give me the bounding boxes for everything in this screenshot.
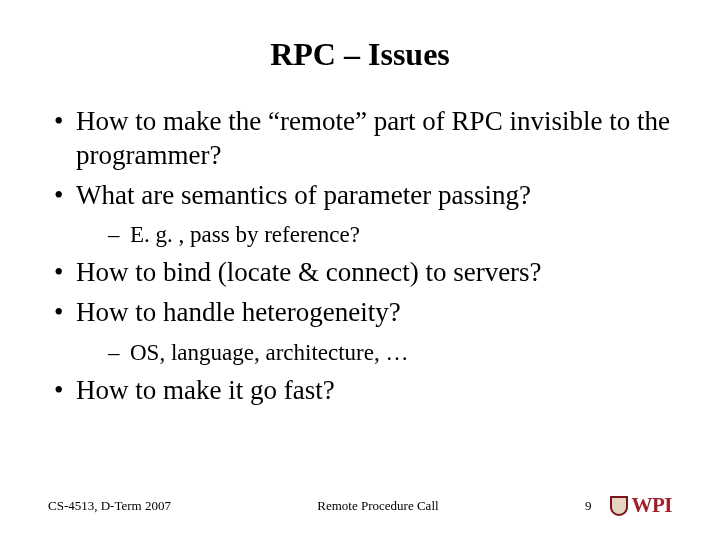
bullet-text: How to bind (locate & connect) to server… [76, 257, 542, 287]
sub-bullet-list: E. g. , pass by reference? [76, 220, 672, 250]
bullet-item: How to make the “remote” part of RPC inv… [48, 105, 672, 173]
page-number: 9 [585, 498, 592, 514]
sub-bullet-text: E. g. , pass by reference? [130, 222, 360, 247]
sub-bullet-item: E. g. , pass by reference? [102, 220, 672, 250]
bullet-text: What are semantics of parameter passing? [76, 180, 531, 210]
bullet-item: What are semantics of parameter passing?… [48, 179, 672, 251]
wpi-logo: WPI [610, 493, 673, 518]
bullet-item: How to handle heterogeneity? OS, languag… [48, 296, 672, 368]
bullet-item: How to bind (locate & connect) to server… [48, 256, 672, 290]
shield-icon [610, 496, 628, 516]
footer-center: Remote Procedure Call [171, 498, 585, 514]
slide-title: RPC – Issues [48, 36, 672, 73]
footer-left: CS-4513, D-Term 2007 [48, 498, 171, 514]
bullet-text: How to make the “remote” part of RPC inv… [76, 106, 670, 170]
footer: CS-4513, D-Term 2007 Remote Procedure Ca… [0, 493, 720, 518]
wpi-logo-text: WPI [632, 493, 673, 518]
slide: RPC – Issues How to make the “remote” pa… [0, 0, 720, 540]
bullet-text: How to handle heterogeneity? [76, 297, 401, 327]
bullet-list: How to make the “remote” part of RPC inv… [48, 105, 672, 407]
sub-bullet-text: OS, language, architecture, … [130, 340, 408, 365]
bullet-item: How to make it go fast? [48, 374, 672, 408]
bullet-text: How to make it go fast? [76, 375, 335, 405]
sub-bullet-item: OS, language, architecture, … [102, 338, 672, 368]
sub-bullet-list: OS, language, architecture, … [76, 338, 672, 368]
